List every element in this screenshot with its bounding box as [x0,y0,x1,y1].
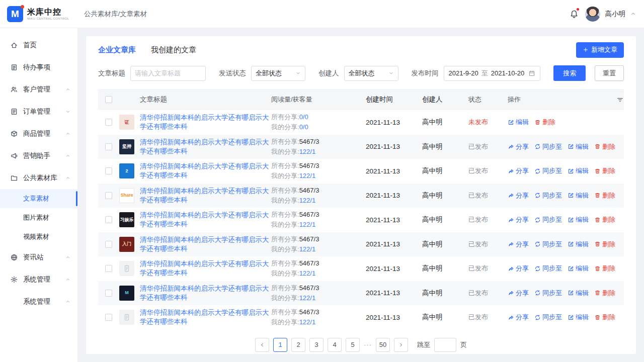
delete-action[interactable]: 删除 [594,313,615,322]
table-row: 清华停招新闻本科的启示大学还有哪启示大学还有哪些本科所有分享:5467/3我的分… [98,256,624,281]
share-icon [508,192,514,199]
jump-page-input[interactable] [434,338,456,352]
article-title-link[interactable]: 清华停招新闻本科的启示大学还有哪启示大学还有哪些本科 [140,162,270,180]
chevron-left-icon [259,342,265,348]
page-button-4[interactable]: 4 [328,338,342,352]
edit-action[interactable]: 编辑 [568,166,589,175]
edit-action[interactable]: 编辑 [568,240,589,249]
logo[interactable]: M 米库中控 MIKU CENTRAL CONTROL [0,0,78,28]
table-row: Share清华停招新闻本科的启示大学还有哪启示大学还有哪些本科所有分享:5467… [98,184,624,208]
sync-action[interactable]: 同步至 [534,191,562,200]
sidebar-item-5[interactable]: 营销助手 [0,145,77,167]
page-button-50[interactable]: 50 [376,338,390,352]
sync-action[interactable]: 同步至 [534,264,562,273]
chevron-up-icon[interactable] [630,11,636,17]
plus-icon [583,47,589,53]
sync-action[interactable]: 同步至 [534,142,562,151]
article-title-link[interactable]: 清华停招新闻本科的启示大学还有哪启示大学还有哪些本科 [140,138,270,156]
delete-action[interactable]: 删除 [594,240,615,249]
row-checkbox[interactable] [105,314,112,321]
row-actions: 分享同步至编辑删除 [508,215,615,224]
select-all-checkbox[interactable] [105,96,112,103]
avatar[interactable] [585,7,600,22]
notifications-button[interactable] [568,8,580,20]
sidebar-item-6[interactable]: 公共素材库 [0,167,77,189]
article-title-link[interactable]: 清华停招新闻本科的启示大学还有哪启示大学还有哪些本科 [140,259,270,278]
share-action[interactable]: 分享 [508,166,529,175]
reset-button[interactable]: 重置 [595,65,624,81]
article-title-link[interactable]: 清华停招新闻本科的启示大学还有哪启示大学还有哪些本科 [140,113,270,131]
page-button-5[interactable]: 5 [346,338,360,352]
creator-select[interactable]: 全部状态 [344,66,398,81]
share-action[interactable]: 分享 [508,215,529,224]
edit-action[interactable]: 编辑 [568,313,589,322]
chevron-up-icon [65,131,70,136]
page-button-3[interactable]: 3 [309,338,324,352]
delete-action[interactable]: 删除 [594,289,615,298]
creator: 高中明 [422,215,468,224]
row-checkbox[interactable] [105,241,112,248]
edit-action[interactable]: 编辑 [568,142,589,151]
row-checkbox[interactable] [105,216,112,223]
delete-action[interactable]: 删除 [594,142,615,151]
sync-action[interactable]: 同步至 [534,289,562,298]
user-name[interactable]: 高小明 [605,10,626,19]
publish-date-range[interactable]: 2021-9-20 至 2021-10-20 [444,66,541,81]
share-action[interactable]: 分享 [508,264,529,273]
new-article-button[interactable]: 新增文章 [576,42,624,58]
tab-my-articles[interactable]: 我创建的文章 [151,45,196,55]
share-action[interactable]: 分享 [508,313,529,322]
row-actions: 分享同步至编辑删除 [508,264,615,273]
sidebar-item-8[interactable]: 系统管理 [0,268,77,291]
sidebar-item-3[interactable]: 订单管理 [0,101,77,123]
edit-action[interactable]: 编辑 [568,289,589,298]
row-checkbox[interactable] [105,265,112,272]
share-icon [508,290,514,296]
title-filter-input[interactable] [130,66,206,81]
row-checkbox[interactable] [105,119,112,126]
sidebar-subitem[interactable]: 图片素材 [0,208,77,227]
sidebar-item-4[interactable]: 商品管理 [0,123,77,145]
delete-action[interactable]: 删除 [594,166,615,175]
edit-action[interactable]: 编辑 [508,118,529,127]
delete-action[interactable]: 删除 [594,264,615,273]
sync-action[interactable]: 同步至 [534,166,562,175]
tab-enterprise-articles[interactable]: 企业文章库 [98,45,136,55]
sidebar-item-0[interactable]: 首页 [0,34,77,56]
edit-action[interactable]: 编辑 [568,264,589,273]
share-action[interactable]: 分享 [508,289,529,298]
edit-action[interactable]: 编辑 [568,191,589,200]
row-checkbox[interactable] [105,290,112,297]
share-action[interactable]: 分享 [508,142,529,151]
sidebar-subitem[interactable]: 视频素材 [0,227,77,246]
article-title-link[interactable]: 清华停招新闻本科的启示大学还有哪启示大学还有哪些本科 [140,187,270,205]
sidebar-item-2[interactable]: 客户管理 [0,78,77,101]
send-status-select[interactable]: 全部状态 [251,66,305,81]
sidebar-item-9[interactable]: 系统管理 [0,291,77,313]
search-button[interactable]: 搜索 [553,65,586,81]
page-button-1[interactable]: 1 [273,338,287,352]
row-checkbox[interactable] [105,167,112,174]
delete-action[interactable]: 删除 [594,191,615,200]
share-action[interactable]: 分享 [508,191,529,200]
article-title-link[interactable]: 清华停招新闻本科的启示大学还有哪启示大学还有哪些本科 [140,284,270,302]
sync-action[interactable]: 同步至 [534,313,562,322]
delete-action[interactable]: 删除 [594,215,615,224]
delete-action[interactable]: 删除 [534,118,555,127]
article-title-link[interactable]: 清华停招新闻本科的启示大学还有哪启示大学还有哪些本科 [140,211,270,229]
prev-page-button[interactable] [255,338,269,352]
sync-action[interactable]: 同步至 [534,240,562,249]
page-button-2[interactable]: 2 [291,338,305,352]
share-action[interactable]: 分享 [508,240,529,249]
row-checkbox[interactable] [105,143,112,150]
sidebar-item-7[interactable]: 资讯站 [0,246,77,268]
sidebar-item-1[interactable]: 待办事项 [0,56,77,78]
column-filter-icon[interactable] [616,96,624,104]
edit-action[interactable]: 编辑 [568,215,589,224]
sidebar-subitem[interactable]: 文章素材 [0,189,77,208]
next-page-button[interactable] [394,338,408,352]
sync-action[interactable]: 同步至 [534,215,562,224]
article-title-link[interactable]: 清华停招新闻本科的启示大学还有哪启示大学还有哪些本科 [140,308,270,326]
row-checkbox[interactable] [105,192,112,199]
article-title-link[interactable]: 清华停招新闻本科的启示大学还有哪启示大学还有哪些本科 [140,235,270,253]
